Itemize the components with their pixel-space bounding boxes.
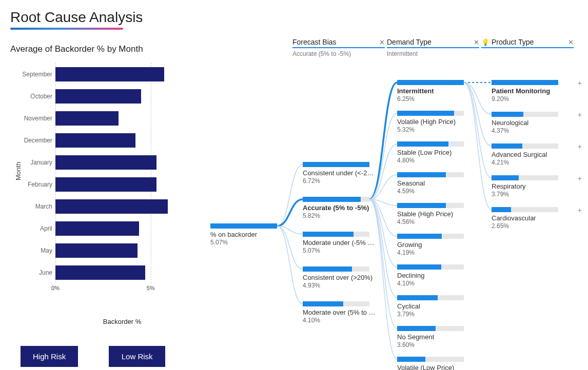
tree-node-value: 5.07% bbox=[210, 239, 287, 246]
x-tick: 0% bbox=[51, 285, 60, 291]
tree-node-label: Declining bbox=[397, 272, 474, 279]
bar-label: January bbox=[15, 159, 52, 166]
tree-node-label: Moderate over (5% to … bbox=[303, 309, 380, 316]
tree-header-subtitle: Accurate (5% to -5%) bbox=[292, 50, 385, 57]
expand-icon[interactable]: + bbox=[578, 174, 582, 182]
bar-label: September bbox=[15, 71, 52, 78]
tree-node[interactable]: Consistent over (>20%)4.93% bbox=[303, 266, 380, 289]
bar-row: May bbox=[55, 242, 189, 259]
bar[interactable] bbox=[55, 67, 164, 81]
bar[interactable] bbox=[55, 177, 156, 192]
close-icon[interactable]: ✕ bbox=[568, 38, 574, 46]
low-risk-button[interactable]: Low Risk bbox=[109, 346, 165, 367]
tree-node[interactable]: Cyclical3.79% bbox=[397, 295, 474, 318]
tree-node-value: 2.65% bbox=[492, 222, 569, 230]
page-title: Root Cause Analysis bbox=[10, 9, 578, 26]
tree-node[interactable]: Advanced Surgical4.21%+ bbox=[492, 143, 569, 166]
tree-header: Demand Type✕Intermittent bbox=[387, 38, 479, 57]
tree-node-label: Volatile (High Price) bbox=[397, 118, 474, 126]
bar[interactable] bbox=[55, 243, 138, 258]
tree-node-label: Cardiovascular bbox=[492, 214, 569, 222]
tree-node-value: 6.25% bbox=[397, 95, 474, 102]
bar[interactable] bbox=[55, 199, 168, 214]
tree-node-label: Growing bbox=[397, 241, 474, 249]
bar[interactable] bbox=[55, 133, 135, 148]
x-tick: 5% bbox=[147, 285, 155, 291]
tree-node-value: 3.60% bbox=[397, 341, 474, 348]
close-icon[interactable]: ✕ bbox=[379, 38, 385, 46]
high-risk-button[interactable]: High Risk bbox=[21, 346, 78, 367]
tree-node-value: 3.79% bbox=[397, 311, 474, 318]
bar-label: May bbox=[15, 247, 52, 254]
tree-node[interactable]: % on backorder5.07% bbox=[210, 223, 287, 246]
expand-icon[interactable]: + bbox=[578, 79, 582, 87]
tree-node[interactable]: Moderate under (-5% …5.07% bbox=[303, 232, 380, 254]
tree-node[interactable]: Volatile (Low Price)2.64% bbox=[397, 357, 474, 370]
bar-label: June bbox=[15, 269, 52, 276]
bar-label: March bbox=[15, 203, 52, 210]
left-panel: Average of Backorder % by Month Month 0%… bbox=[10, 44, 200, 367]
tree-node-value: 4.10% bbox=[397, 280, 474, 287]
tree-node[interactable]: Declining4.10% bbox=[397, 264, 474, 287]
bar-row: September bbox=[55, 66, 189, 83]
tree-node[interactable]: Consistent under (<-2…6.72% bbox=[303, 162, 380, 184]
tree-node[interactable]: Patient Monitoring9.20%+ bbox=[492, 80, 569, 102]
tree-node-label: Accurate (5% to -5%) bbox=[303, 204, 380, 212]
bar-label: October bbox=[15, 93, 52, 100]
tree-node-label: Consistent over (>20%) bbox=[303, 274, 380, 281]
close-icon[interactable]: ✕ bbox=[474, 38, 479, 46]
tree-node-label: Neurological bbox=[492, 119, 569, 127]
tree-node[interactable]: Respiratory3.79%+ bbox=[492, 175, 569, 198]
tree-node-label: Patient Monitoring bbox=[492, 87, 569, 95]
tree-node[interactable]: Cardiovascular2.65%+ bbox=[492, 207, 569, 230]
chart-title: Average of Backorder % by Month bbox=[10, 44, 200, 54]
bar-row: April bbox=[55, 220, 189, 237]
tree-node[interactable]: Seasonal4.59% bbox=[397, 172, 474, 195]
tree-node[interactable]: Neurological4.37%+ bbox=[492, 112, 569, 134]
expand-icon[interactable]: + bbox=[578, 111, 582, 119]
tree-header-title: Forecast Bias bbox=[292, 38, 337, 46]
bar[interactable] bbox=[55, 221, 139, 236]
expand-icon[interactable]: + bbox=[578, 142, 582, 151]
tree-node-value: 4.10% bbox=[303, 317, 380, 324]
tree-node[interactable]: Growing4.19% bbox=[397, 234, 474, 256]
hbar-chart: Month 0%5% SeptemberOctoberNovemberDecem… bbox=[10, 63, 200, 303]
tree-node-value: 4.93% bbox=[303, 282, 380, 289]
tree-node[interactable]: Volatile (High Price)5.32% bbox=[397, 111, 474, 133]
tree-node-label: Stable (Low Price) bbox=[397, 149, 474, 156]
expand-icon[interactable]: + bbox=[578, 206, 582, 214]
tree-header-title: 💡Product Type bbox=[481, 38, 534, 46]
tree-node-value: 4.21% bbox=[492, 159, 569, 166]
tree-node-label: Respiratory bbox=[492, 182, 569, 190]
tree-node-label: Stable (High Price) bbox=[397, 210, 474, 218]
x-axis-label: Backorder % bbox=[55, 318, 189, 325]
tree-node-value: 4.37% bbox=[492, 127, 569, 134]
tree-node[interactable]: No Segment3.60% bbox=[397, 326, 474, 348]
tree-node[interactable]: Intermittent6.25% bbox=[397, 80, 474, 102]
tree-node-label: Seasonal bbox=[397, 179, 474, 187]
bar-row: October bbox=[55, 88, 189, 105]
bar-label: December bbox=[15, 137, 52, 144]
bar[interactable] bbox=[55, 111, 119, 126]
tree-header-subtitle: Intermittent bbox=[387, 50, 479, 57]
decomposition-tree: Forecast Bias✕Accurate (5% to -5%)Demand… bbox=[200, 44, 578, 367]
bar[interactable] bbox=[55, 155, 156, 170]
tree-node-label: No Segment bbox=[397, 333, 474, 341]
tree-node-value: 4.59% bbox=[397, 188, 474, 195]
bar[interactable] bbox=[55, 265, 145, 280]
tree-header: 💡Product Type✕ bbox=[481, 38, 574, 57]
tree-node[interactable]: Stable (High Price)4.56% bbox=[397, 203, 474, 225]
tree-node-value: 3.79% bbox=[492, 191, 569, 198]
tree-node-value: 5.32% bbox=[397, 126, 474, 133]
tree-node[interactable]: Stable (Low Price)4.80% bbox=[397, 141, 474, 164]
tree-node[interactable]: Moderate over (5% to …4.10% bbox=[303, 301, 380, 324]
bar-label: February bbox=[15, 181, 52, 188]
bar-row: March bbox=[55, 198, 189, 215]
tree-node-label: Volatile (Low Price) bbox=[397, 364, 474, 370]
bar[interactable] bbox=[55, 89, 141, 104]
tree-node[interactable]: Accurate (5% to -5%)5.82% bbox=[303, 197, 380, 219]
lightbulb-icon: 💡 bbox=[481, 38, 489, 46]
tree-node-label: Cyclical bbox=[397, 302, 474, 310]
tree-header: Forecast Bias✕Accurate (5% to -5%) bbox=[292, 38, 385, 57]
tree-node-label: Moderate under (-5% … bbox=[303, 239, 380, 246]
